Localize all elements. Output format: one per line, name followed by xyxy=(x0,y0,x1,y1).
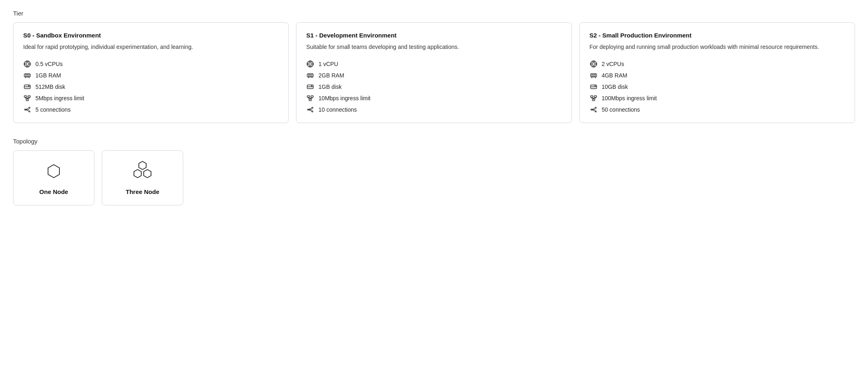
spec-text: 10Mbps ingress limit xyxy=(318,95,370,101)
spec-text: 1GB RAM xyxy=(35,72,61,79)
topology-section: Topology One Node Three Node xyxy=(13,138,855,205)
connections-icon xyxy=(306,106,314,114)
tier-cards-row: S0 - Sandbox EnvironmentIdeal for rapid … xyxy=(13,22,855,123)
svg-line-34 xyxy=(26,108,29,109)
spec-item-cpu: 1 vCPU xyxy=(306,60,561,68)
spec-text: 512MB disk xyxy=(35,84,65,90)
disk-icon xyxy=(306,83,314,91)
spec-text: 0.5 vCPUs xyxy=(35,61,63,67)
svg-rect-51 xyxy=(307,74,313,77)
tier-section: Tier S0 - Sandbox EnvironmentIdeal for r… xyxy=(13,10,855,123)
network-icon xyxy=(306,94,314,102)
card-description: Suitable for small teams developing and … xyxy=(306,43,561,52)
svg-line-108 xyxy=(592,108,595,109)
spec-item-cpu: 0.5 vCPUs xyxy=(23,60,278,68)
spec-text: 1GB disk xyxy=(318,84,342,90)
spec-text: 100Mbps ingress limit xyxy=(602,95,657,101)
card-title: S1 - Development Environment xyxy=(306,32,561,39)
ram-icon xyxy=(306,71,314,79)
ram-icon xyxy=(590,71,598,79)
disk-icon xyxy=(23,83,31,91)
svg-point-23 xyxy=(28,86,29,86)
tier-card-s2[interactable]: S2 - Small Production EnvironmentFor dep… xyxy=(579,22,855,123)
spec-list: 0.5 vCPUs 1GB RAM 512MB disk 5Mbps ingre… xyxy=(23,60,278,114)
cpu-icon xyxy=(23,60,31,68)
spec-item-disk: 10GB disk xyxy=(590,83,845,91)
svg-line-35 xyxy=(26,110,29,111)
connections-icon xyxy=(590,106,598,114)
cpu-icon xyxy=(590,60,598,68)
topology-row: One Node Three Node xyxy=(13,150,855,205)
svg-marker-113 xyxy=(134,170,141,178)
svg-rect-0 xyxy=(25,62,30,66)
network-icon xyxy=(23,94,31,102)
spec-item-ram: 4GB RAM xyxy=(590,71,845,79)
topology-card-three-node[interactable]: Three Node xyxy=(102,150,183,205)
svg-point-60 xyxy=(311,86,312,86)
spec-item-connections: 50 connections xyxy=(590,106,845,114)
connections-icon xyxy=(23,106,31,114)
spec-item-disk: 512MB disk xyxy=(23,83,278,91)
spec-text: 50 connections xyxy=(602,106,640,113)
svg-line-109 xyxy=(592,110,595,111)
cpu-icon xyxy=(306,60,314,68)
disk-icon xyxy=(590,83,598,91)
ram-icon xyxy=(23,71,31,79)
tier-card-s0[interactable]: S0 - Sandbox EnvironmentIdeal for rapid … xyxy=(13,22,289,123)
tier-section-label: Tier xyxy=(13,10,855,17)
svg-rect-14 xyxy=(24,74,31,77)
svg-rect-75 xyxy=(592,63,595,65)
svg-rect-74 xyxy=(591,62,596,66)
spec-list: 2 vCPUs 4GB RAM 10GB disk 100Mbps ingres… xyxy=(590,60,845,114)
topology-card-one-node[interactable]: One Node xyxy=(13,150,94,205)
svg-rect-1 xyxy=(26,63,28,65)
svg-rect-37 xyxy=(308,62,313,66)
svg-marker-114 xyxy=(144,170,151,178)
svg-marker-111 xyxy=(48,165,59,178)
single-hex-icon xyxy=(43,161,64,182)
spec-item-connections: 5 connections xyxy=(23,106,278,114)
card-title: S0 - Sandbox Environment xyxy=(23,32,278,39)
spec-text: 10GB disk xyxy=(602,84,628,90)
spec-text: 1 vCPU xyxy=(318,61,338,67)
spec-text: 4GB RAM xyxy=(602,72,627,79)
topology-section-label: Topology xyxy=(13,138,855,145)
svg-rect-38 xyxy=(309,63,311,65)
network-icon xyxy=(590,94,598,102)
spec-list: 1 vCPU 2GB RAM 1GB disk 10Mbps ingress l… xyxy=(306,60,561,114)
card-description: For deploying and running small producti… xyxy=(590,43,845,52)
spec-item-ram: 2GB RAM xyxy=(306,71,561,79)
spec-text: 5 connections xyxy=(35,106,70,113)
spec-item-network: 100Mbps ingress limit xyxy=(590,94,845,102)
tier-card-s1[interactable]: S1 - Development EnvironmentSuitable for… xyxy=(296,22,572,123)
svg-point-97 xyxy=(595,86,596,86)
card-description: Ideal for rapid prototyping, individual … xyxy=(23,43,278,52)
spec-item-network: 5Mbps ingress limit xyxy=(23,94,278,102)
spec-item-cpu: 2 vCPUs xyxy=(590,60,845,68)
svg-line-72 xyxy=(309,110,312,111)
topology-label: One Node xyxy=(39,188,68,195)
spec-item-network: 10Mbps ingress limit xyxy=(306,94,561,102)
spec-item-disk: 1GB disk xyxy=(306,83,561,91)
spec-item-ram: 1GB RAM xyxy=(23,71,278,79)
spec-text: 2GB RAM xyxy=(318,72,344,79)
spec-text: 2 vCPUs xyxy=(602,61,624,67)
card-title: S2 - Small Production Environment xyxy=(590,32,845,39)
svg-line-71 xyxy=(309,108,312,109)
svg-marker-112 xyxy=(139,161,146,170)
svg-rect-88 xyxy=(590,74,596,77)
spec-item-connections: 10 connections xyxy=(306,106,561,114)
triple-hex-icon xyxy=(132,161,153,182)
spec-text: 10 connections xyxy=(318,106,357,113)
topology-label: Three Node xyxy=(126,188,160,195)
spec-text: 5Mbps ingress limit xyxy=(35,95,84,101)
